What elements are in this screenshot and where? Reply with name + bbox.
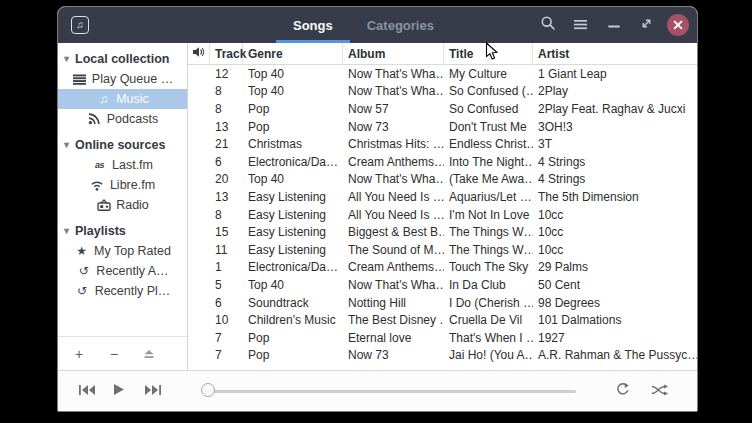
table-row[interactable]: 13PopNow 73Don't Trust Me3OH!3 bbox=[188, 118, 697, 136]
cell-track: 7 bbox=[210, 348, 243, 362]
lastfm-icon: as bbox=[92, 160, 107, 170]
shuffle-button[interactable] bbox=[651, 382, 669, 400]
music-player-window: ♫ Songs Categories bbox=[57, 6, 698, 412]
sidebar-item-music[interactable]: ♫Music bbox=[58, 89, 187, 109]
titlebar-controls bbox=[535, 7, 689, 43]
cell-album: Now 73 bbox=[343, 120, 444, 134]
table-row[interactable]: 15Easy ListeningBiggest & Best B…The Thi… bbox=[188, 223, 697, 241]
sidebar-item-label: My Top Rated bbox=[94, 244, 171, 258]
star-icon: ★ bbox=[74, 244, 89, 258]
recent-icon: ↺ bbox=[75, 284, 90, 298]
cell-track: 13 bbox=[210, 190, 243, 204]
section-label: Online sources bbox=[75, 138, 165, 152]
cell-album: Biggest & Best B… bbox=[343, 225, 444, 239]
cell-track: 13 bbox=[210, 120, 243, 134]
sidebar-item-my-top-rated[interactable]: ★My Top Rated bbox=[58, 241, 187, 261]
cell-genre: Top 40 bbox=[243, 67, 343, 81]
sidebar-section-playlists[interactable]: ▾Playlists bbox=[58, 220, 187, 241]
sidebar-section-online-sources[interactable]: ▾Online sources bbox=[58, 134, 187, 155]
sidebar-item-play-queue[interactable]: Play Queue … bbox=[58, 69, 187, 89]
next-button[interactable] bbox=[144, 382, 162, 400]
progress-handle[interactable] bbox=[201, 383, 215, 397]
tab-categories[interactable]: Categories bbox=[350, 7, 451, 43]
play-icon bbox=[113, 382, 125, 400]
sidebar: ▾Local collectionPlay Queue …♫MusicPodca… bbox=[58, 43, 188, 370]
column-header-artist[interactable]: Artist bbox=[533, 43, 697, 64]
sidebar-item-label: Libre.fm bbox=[110, 178, 155, 192]
sidebar-item-podcasts[interactable]: Podcasts bbox=[58, 109, 187, 129]
cell-track: 8 bbox=[210, 102, 243, 116]
table-row[interactable]: 7PopEternal loveThat's When I …1927 bbox=[188, 329, 697, 347]
tab-songs[interactable]: Songs bbox=[276, 7, 350, 43]
table-row[interactable]: 8PopNow 57So Confused2Play Feat. Raghav … bbox=[188, 100, 697, 118]
sidebar-item-radio[interactable]: Radio bbox=[58, 195, 187, 215]
add-button[interactable]: + bbox=[72, 347, 86, 361]
remove-button[interactable]: − bbox=[107, 347, 121, 361]
cell-artist: 1927 bbox=[533, 331, 697, 345]
cell-track: 21 bbox=[210, 137, 243, 151]
cell-genre: Soundtrack bbox=[243, 296, 343, 310]
column-header-track[interactable]: Track bbox=[210, 43, 243, 64]
play-button[interactable] bbox=[113, 382, 125, 400]
table-row[interactable]: 7PopNow 73Jai Ho! (You A…A.R. Rahman & T… bbox=[188, 347, 697, 365]
table-row[interactable]: 5Top 40Now That's Wha…In Da Club50 Cent bbox=[188, 276, 697, 294]
repeat-button[interactable] bbox=[615, 382, 630, 400]
cell-title: So Confused bbox=[444, 102, 533, 116]
sidebar-item-label: Last.fm bbox=[112, 158, 153, 172]
table-row[interactable]: 10Children's MusicThe Best Disney …Cruel… bbox=[188, 311, 697, 329]
menu-button[interactable] bbox=[568, 13, 593, 38]
table-row[interactable]: 1Electronica/Da…Cream Anthems…Touch The … bbox=[188, 259, 697, 277]
cell-album: Now That's Wha… bbox=[343, 172, 444, 186]
sidebar-item-last-fm[interactable]: asLast.fm bbox=[58, 155, 187, 175]
sidebar-section-local-collection[interactable]: ▾Local collection bbox=[58, 48, 187, 69]
column-header-album[interactable]: Album bbox=[343, 43, 444, 64]
table-row[interactable]: 6SoundtrackNotting HillI Do (Cherish …98… bbox=[188, 294, 697, 312]
sidebar-item-recently-a[interactable]: ↺Recently A… bbox=[58, 261, 187, 281]
cell-title: In Da Club bbox=[444, 278, 533, 292]
cell-album: The Best Disney … bbox=[343, 313, 444, 327]
wifi-icon bbox=[90, 180, 105, 191]
cell-artist: 2Play bbox=[533, 84, 697, 98]
table-row[interactable]: 8Easy ListeningAll You Need Is …I'm Not … bbox=[188, 206, 697, 224]
window-body: ▾Local collectionPlay Queue …♫MusicPodca… bbox=[58, 43, 697, 370]
table-row[interactable]: 11Easy ListeningThe Sound of M…The Thing… bbox=[188, 241, 697, 259]
cell-title: Aquarius/Let … bbox=[444, 190, 533, 204]
cell-artist: 3T bbox=[533, 137, 697, 151]
radio-icon bbox=[96, 199, 111, 211]
cell-album: Now 73 bbox=[343, 348, 444, 362]
playbar bbox=[58, 370, 697, 411]
minimize-button[interactable] bbox=[601, 13, 626, 38]
sidebar-item-libre-fm[interactable]: Libre.fm bbox=[58, 175, 187, 195]
cell-artist: 4 Strings bbox=[533, 172, 697, 186]
cell-genre: Easy Listening bbox=[243, 225, 343, 239]
table-row[interactable]: 13Easy ListeningAll You Need Is …Aquariu… bbox=[188, 188, 697, 206]
chevron-down-icon: ▾ bbox=[64, 54, 69, 64]
cell-track: 11 bbox=[210, 243, 243, 257]
cell-title: I Do (Cherish … bbox=[444, 296, 533, 310]
previous-button[interactable] bbox=[78, 382, 96, 400]
table-row[interactable]: 20Top 40Now That's Wha…(Take Me Awa…4 St… bbox=[188, 171, 697, 189]
progress-track[interactable] bbox=[208, 390, 576, 393]
sidebar-item-label: Recently Pl… bbox=[95, 284, 171, 298]
sidebar-item-recently-pl[interactable]: ↺Recently Pl… bbox=[58, 281, 187, 301]
cell-track: 20 bbox=[210, 172, 243, 186]
cell-genre: Electronica/Da… bbox=[243, 260, 343, 274]
table-row[interactable]: 8Top 40Now That's Wha…So Confused (…2Pla… bbox=[188, 83, 697, 101]
column-header-genre[interactable]: Genre bbox=[243, 43, 343, 64]
search-button[interactable] bbox=[535, 13, 560, 38]
table-row[interactable]: 12Top 40Now That's Wha…My Culture1 Giant… bbox=[188, 65, 697, 83]
cell-genre: Easy Listening bbox=[243, 243, 343, 257]
cell-artist: 29 Palms bbox=[533, 260, 697, 274]
cell-genre: Christmas bbox=[243, 137, 343, 151]
sidebar-item-label: Music bbox=[116, 92, 149, 106]
titlebar[interactable]: ♫ Songs Categories bbox=[58, 7, 697, 43]
view-switcher: Songs Categories bbox=[276, 7, 451, 43]
close-button[interactable] bbox=[667, 14, 689, 36]
column-header-mute[interactable] bbox=[188, 43, 210, 64]
maximize-button[interactable] bbox=[634, 13, 659, 38]
eject-button[interactable] bbox=[142, 347, 156, 361]
table-row[interactable]: 21ChristmasChristmas Hits: …Endless Chri… bbox=[188, 135, 697, 153]
cell-genre: Easy Listening bbox=[243, 190, 343, 204]
table-row[interactable]: 6Electronica/Da…Cream Anthems…Into The N… bbox=[188, 153, 697, 171]
cell-artist: The 5th Dimension bbox=[533, 190, 697, 204]
